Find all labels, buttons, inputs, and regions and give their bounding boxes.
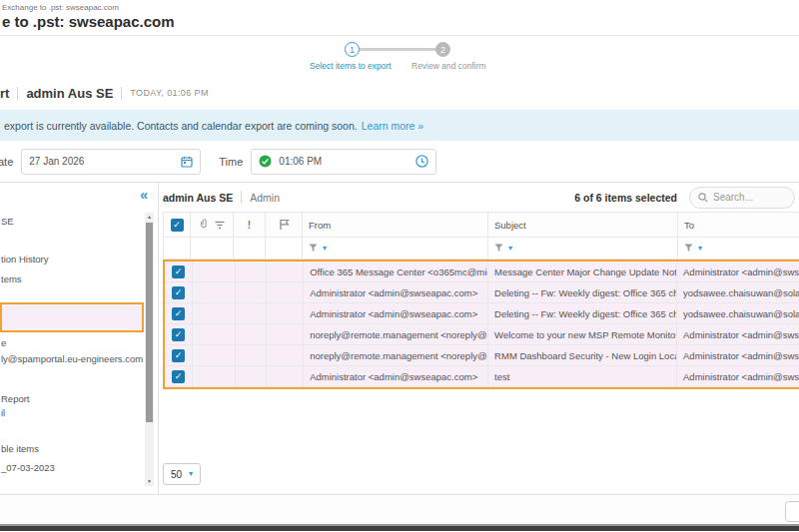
cell-to: yodsawee.chaisuwan@solarwin: [677, 303, 799, 324]
folder-item[interactable]: e: [0, 336, 158, 350]
search-input[interactable]: Search...: [689, 187, 795, 209]
funnel-icon[interactable]: [309, 244, 318, 253]
row-checkbox[interactable]: ✓: [172, 349, 185, 362]
step-2-label: Review and confirm: [411, 61, 486, 71]
scrollbar-thumb[interactable]: [146, 223, 153, 422]
header-subject[interactable]: Subject: [488, 212, 678, 238]
wizard-stepper: 1 2 Select items to export Review and co…: [0, 36, 799, 76]
divider: [17, 87, 18, 100]
folder-item[interactable]: il: [0, 406, 158, 420]
cell-subject: test: [488, 366, 677, 387]
selected-rows-group: ✓ Office 365 Message Center <o365mc@micr…: [163, 260, 799, 389]
folder-item[interactable]: ble items: [0, 442, 158, 456]
export-wizard-page: Exchange to .pst: swseapac.com e to .pst…: [0, 0, 799, 532]
banner-text: export is currently available. Contacts …: [4, 120, 358, 132]
message-row[interactable]: ✓ noreply@remote.management <noreply@rem…: [165, 345, 799, 366]
message-row[interactable]: ✓ Administrator <admin@swseapac.com> Del…: [165, 303, 799, 324]
page-title: e to .pst: swseapac.com: [0, 12, 799, 36]
divider: [241, 191, 242, 204]
message-row[interactable]: ✓ noreply@remote.management <noreply@rem…: [165, 324, 799, 345]
row-checkbox[interactable]: ✓: [172, 286, 185, 299]
search-icon: [698, 193, 708, 203]
message-row[interactable]: ✓ Administrator <admin@swseapac.com> Del…: [165, 282, 799, 303]
cell-to: Administrator <admin@swseap: [677, 262, 799, 282]
row-checkbox[interactable]: ✓: [172, 370, 185, 383]
message-list-panel: admin Aus SE Admin 6 of 6 items selected…: [159, 183, 799, 494]
message-row[interactable]: ✓ Office 365 Message Center <o365mc@micr…: [165, 262, 799, 282]
row-checkbox[interactable]: ✓: [172, 328, 185, 341]
folder-item[interactable]: tems: [0, 272, 158, 286]
cell-subject: RMM Dashboard Security - New Login Locat…: [488, 345, 677, 366]
paperclip-icon: [200, 219, 209, 231]
filter-caret-icon[interactable]: ▾: [698, 245, 702, 253]
collapse-sidebar-icon[interactable]: «: [140, 187, 148, 203]
valid-check-icon: [259, 155, 272, 168]
scroll-down-icon[interactable]: ▼: [147, 477, 152, 486]
folder-item-selected[interactable]: [0, 302, 144, 332]
bottom-dark-bar: [0, 524, 799, 531]
header-flag-cell[interactable]: [266, 212, 303, 238]
time-label: Time: [219, 156, 243, 168]
header-select-cell[interactable]: ✓: [163, 212, 191, 238]
date-label: ate: [0, 156, 13, 168]
learn-more-link[interactable]: Learn more »: [362, 120, 423, 132]
footer-bar: [0, 494, 799, 524]
selection-summary: 6 of 6 items selected: [574, 192, 677, 204]
export-title-fragment: rt: [0, 86, 9, 101]
date-value: 27 Jan 2026: [29, 156, 181, 167]
filter-row: ▾ ▾ ▾: [163, 238, 799, 260]
cell-to: Administrator <admin@swseap: [677, 366, 799, 387]
cell-to: Administrator <admin@swseap: [677, 345, 799, 366]
cell-from: noreply@remote.management <noreply@remo.…: [304, 345, 488, 366]
header-importance-cell[interactable]: !: [234, 212, 266, 238]
folder-item[interactable]: _07-03-2023: [0, 461, 158, 475]
breadcrumb: Exchange to .pst: swseapac.com: [0, 0, 799, 12]
cell-to: Administrator <admin@swseap: [677, 324, 799, 345]
info-banner: export is currently available. Contacts …: [0, 110, 799, 141]
cell-from: noreply@remote.management <noreply@remo.…: [304, 324, 488, 345]
folder-item[interactable]: Report: [0, 392, 158, 406]
calendar-icon[interactable]: [181, 156, 193, 168]
footer-button-partial[interactable]: [785, 501, 799, 522]
funnel-icon[interactable]: [684, 244, 693, 253]
message-row[interactable]: ✓ Administrator <admin@swseapac.com> tes…: [165, 366, 799, 387]
filter-caret-icon[interactable]: ▾: [323, 245, 327, 253]
folder-item[interactable]: tion History: [0, 253, 158, 266]
cell-subject: Deleting -- Fw: Weekly digest: Office 36…: [488, 303, 677, 324]
filter-lines-icon: [215, 221, 225, 230]
time-input[interactable]: 01:06 PM: [251, 149, 436, 175]
step-2-circle[interactable]: 2: [435, 42, 450, 57]
page-size-select[interactable]: 50 ▾: [163, 463, 201, 485]
cell-to: yodsawee.chaisuwan@solarwin: [677, 282, 799, 303]
divider: [121, 87, 122, 100]
toolbar-timestamp: TODAY, 01:06 PM: [130, 88, 209, 98]
folder-sidebar: « SE tion History tems e ly@spamportal.e…: [0, 183, 159, 494]
row-checkbox[interactable]: ✓: [172, 307, 185, 320]
time-value: 01:06 PM: [279, 156, 415, 167]
page-size-caret-icon: ▾: [189, 470, 193, 478]
funnel-icon[interactable]: [494, 244, 503, 253]
select-all-checkbox[interactable]: ✓: [171, 219, 184, 232]
scroll-up-icon[interactable]: ▲: [147, 213, 152, 222]
clock-icon[interactable]: [415, 155, 428, 168]
cell-subject: Deleting -- Fw: Weekly digest: Office 36…: [488, 282, 677, 303]
content-area: « SE tion History tems e ly@spamportal.e…: [0, 183, 799, 494]
date-input[interactable]: 27 Jan 2026: [21, 149, 201, 175]
folder-item[interactable]: SE: [0, 215, 158, 229]
filter-caret-icon[interactable]: ▾: [508, 245, 512, 253]
row-checkbox[interactable]: ✓: [172, 266, 185, 278]
header-to[interactable]: To: [678, 212, 799, 238]
importance-icon: !: [248, 220, 251, 231]
cell-from: Administrator <admin@swseapac.com>: [304, 366, 488, 387]
page-size-value: 50: [171, 469, 182, 480]
sidebar-scrollbar[interactable]: ▲ ▼: [145, 213, 154, 486]
header-from[interactable]: From: [303, 212, 488, 238]
folder-tree: SE tion History tems e ly@spamportal.eu-…: [0, 215, 158, 475]
step-1-circle[interactable]: 1: [345, 42, 360, 57]
folder-item[interactable]: ly@spamportal.eu-engineers.com: [0, 352, 158, 366]
message-table: ✓ ! From Subject To: [163, 212, 799, 389]
stepper-connector: [360, 48, 437, 51]
header-attachment-cell[interactable]: [191, 212, 234, 238]
cell-from: Administrator <admin@swseapac.com>: [304, 303, 488, 324]
list-folder-name: Admin: [250, 192, 280, 204]
